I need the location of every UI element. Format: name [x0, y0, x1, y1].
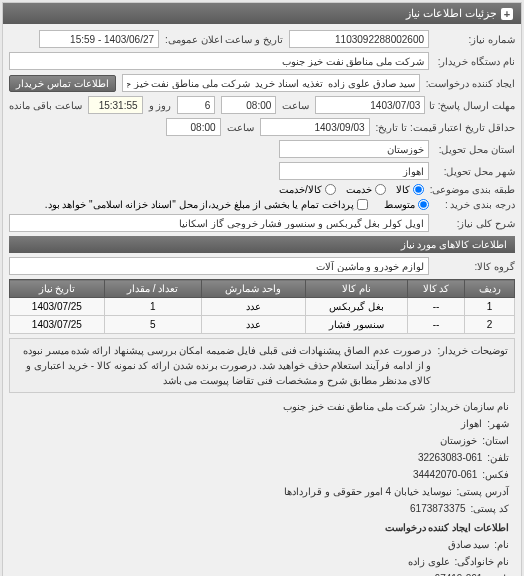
info-name-val: سید صادق: [448, 539, 490, 550]
expand-icon[interactable]: +: [501, 8, 513, 20]
pay-note-item[interactable]: پرداخت تمام یا بخشی از مبلغ خرید،از محل …: [45, 199, 368, 210]
city-label: شهر محل تحویل:: [435, 166, 515, 177]
goods-group-label: گروه کالا:: [435, 261, 515, 272]
pay-note-checkbox[interactable]: [357, 199, 368, 210]
th-date: تاریخ نیاز: [10, 280, 105, 298]
buyer-note-label: توضیحات خریدار:: [437, 343, 508, 388]
info-addr-val: نیوساید خیابان 4 امور حقوقی و قراردادها: [284, 486, 451, 497]
th-unit: واحد شمارش: [201, 280, 305, 298]
table-row: 1 -- بغل گیربکس عدد 1 1403/07/25: [10, 298, 515, 316]
priority-radio[interactable]: [418, 199, 429, 210]
need-no-input[interactable]: [289, 30, 429, 48]
details-panel: + جزئیات اطلاعات نیاز شماره نیاز: تاریخ …: [2, 2, 522, 576]
info-phone-label: تلفن:: [487, 452, 509, 463]
th-row: ردیف: [465, 280, 515, 298]
pkg-radio-service-input[interactable]: [375, 184, 386, 195]
buyer-note-text: در صورت عدم الصاق پیشنهادات فنی قبلی فای…: [16, 343, 431, 388]
goods-table: ردیف کد کالا نام کالا واحد شمارش تعداد /…: [9, 279, 515, 334]
pkg-radio-both-input[interactable]: [325, 184, 336, 195]
deadline-label: مهلت ارسال پاسخ: تا: [431, 100, 515, 111]
pkg-label: طبقه بندی موضوعی:: [430, 184, 515, 195]
info-province-label: استان:: [482, 435, 509, 446]
panel-header: + جزئیات اطلاعات نیاز: [3, 3, 521, 24]
panel-title: جزئیات اطلاعات نیاز: [406, 7, 497, 20]
info-block: نام سازمان خریدار: شرکت ملی مناطق نفت خی…: [9, 393, 515, 576]
info-city-label: شهر:: [487, 418, 509, 429]
table-header-row: ردیف کد کالا نام کالا واحد شمارش تعداد /…: [10, 280, 515, 298]
province-label: استان محل تحویل:: [435, 144, 515, 155]
buyer-org-label: نام دستگاه خریدار:: [435, 56, 515, 67]
goods-group-input[interactable]: [9, 257, 429, 275]
info-city-val: اهواز: [461, 418, 482, 429]
th-qty: تعداد / مقدار: [104, 280, 201, 298]
province-input[interactable]: [279, 140, 429, 158]
requester-input[interactable]: [122, 74, 420, 92]
validity-label: حداقل تاریخ اعتبار قیمت: تا تاریخ:: [376, 122, 515, 133]
time-label-1: ساعت: [282, 100, 309, 111]
info-postal-label: کد پستی:: [470, 503, 509, 514]
info-postal-val: 6173873375: [410, 503, 466, 514]
th-name: نام کالا: [305, 280, 407, 298]
info-buyer-org-label: نام سازمان خریدار:: [430, 401, 509, 412]
table-row: 2 -- سنسور فشار عدد 5 1403/07/25: [10, 316, 515, 334]
keyword-label: شرح کلی نیاز:: [435, 218, 515, 229]
pkg-radio-service[interactable]: خدمت: [346, 184, 386, 195]
remain-day-label: روز و: [149, 100, 172, 111]
priority-item[interactable]: متوسط: [384, 199, 429, 210]
requester-label: ایجاد کننده درخواست:: [426, 78, 515, 89]
form-body: شماره نیاز: تاریخ و ساعت اعلان عمومی: نا…: [3, 24, 521, 576]
info-family-val: علوی زاده: [408, 556, 450, 567]
info-family-label: نام خانوادگی:: [454, 556, 509, 567]
remain-days-input[interactable]: [177, 96, 215, 114]
validity-date-input[interactable]: [260, 118, 370, 136]
validity-time-input[interactable]: [166, 118, 221, 136]
buyer-org-input[interactable]: [9, 52, 429, 70]
th-code: کد کالا: [407, 280, 464, 298]
remain-suffix: ساعت باقی مانده: [9, 100, 82, 111]
deadline-date-input[interactable]: [315, 96, 425, 114]
need-no-label: شماره نیاز:: [435, 34, 515, 45]
deadline-time-input[interactable]: [221, 96, 276, 114]
remain-time-input[interactable]: [88, 96, 143, 114]
info-province-val: خوزستان: [440, 435, 477, 446]
priority-label: درجه بندی خرید :: [435, 199, 515, 210]
info-buyer-org-val: شرکت ملی مناطق نفت خیز جنوب: [283, 401, 425, 412]
keyword-input[interactable]: [9, 214, 429, 232]
info-phone-val: 061-32263083: [418, 452, 483, 463]
info-addr-label: آدرس پستی:: [456, 486, 509, 497]
info-fax-label: فکس:: [482, 469, 509, 480]
info-name-label: نام:: [494, 539, 509, 550]
pkg-radio-all-input[interactable]: [413, 184, 424, 195]
buyer-note-box: توضیحات خریدار: در صورت عدم الصاق پیشنها…: [9, 338, 515, 393]
announce-label: تاریخ و ساعت اعلان عمومی:: [165, 34, 283, 45]
contact-button[interactable]: اطلاعات تماس خریدار: [9, 75, 116, 92]
pkg-radio-group: کالا خدمت کالا/خدمت: [279, 184, 424, 195]
pkg-radio-both[interactable]: کالا/خدمت: [279, 184, 336, 195]
city-input[interactable]: [279, 162, 429, 180]
info-fax-val: 061-34442070: [413, 469, 478, 480]
creator-title: اطلاعات ایجاد کننده درخواست: [15, 520, 509, 536]
time-label-2: ساعت: [227, 122, 254, 133]
pkg-radio-all[interactable]: کالا: [396, 184, 424, 195]
announce-input[interactable]: [39, 30, 159, 48]
goods-section-title: اطلاعات کالاهای مورد نیاز: [9, 236, 515, 253]
